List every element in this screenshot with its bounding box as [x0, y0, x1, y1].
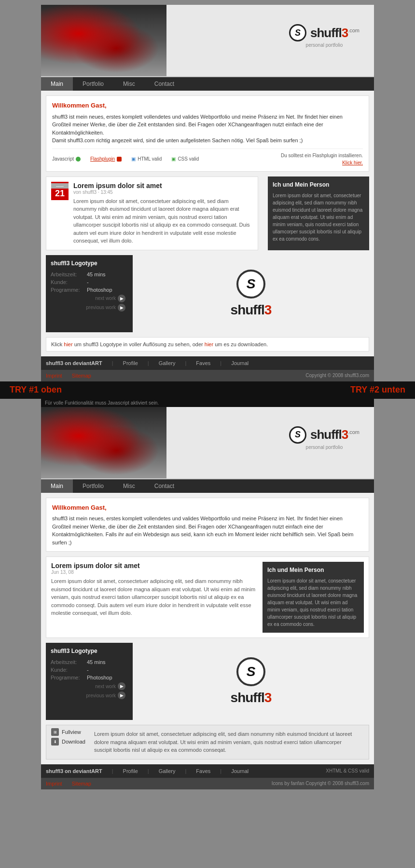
- download-button[interactable]: ⬇ Download: [51, 738, 85, 746]
- html-status: ▣ HTML valid: [131, 155, 162, 163]
- portfolio-row-kunde: Kunde: -: [51, 279, 128, 285]
- next-work-button-2[interactable]: next work ▶: [51, 682, 128, 690]
- deviant-profile-link[interactable]: Profile: [123, 360, 138, 366]
- nav-contact-2[interactable]: Contact: [145, 479, 184, 493]
- welcome-text1: shuffl3 ist mein neues, erstes komplett …: [52, 113, 363, 137]
- javascript-ok-icon: [76, 157, 81, 162]
- logo-s-icon: [289, 24, 306, 41]
- deviant-faves-link-2[interactable]: Faves: [196, 768, 210, 774]
- outer-background: shuffl3.com personal portfolio Main Port…: [0, 0, 415, 868]
- sidebar-box: Ich und Mein Person Lorem ipsum dolor si…: [268, 176, 369, 250]
- logo-name-text-2: shuffl3.com: [310, 427, 360, 442]
- welcome-name-2: Gast,: [91, 504, 107, 511]
- date-badge-container: ------ 21: [51, 182, 69, 245]
- download-link[interactable]: hier: [205, 341, 213, 347]
- post2-header: Lorem ipsum dolor sit amet Jun 13, 08 Lo…: [51, 562, 364, 633]
- sidebar-text: Lorem ipsum dolor sit amet, consectetuer…: [273, 192, 364, 243]
- portfolio-logo-text-2: shuffl3: [231, 690, 272, 705]
- portfolio-nav-2: next work ▶ previous work ▶: [51, 682, 128, 702]
- site-wrapper-2: Für volle Funktionalität muss Javascript…: [41, 399, 374, 789]
- icons-credit: Icons by fanfan Copyright © 2008 shuffl3…: [272, 781, 369, 786]
- logo-subtitle: personal portfolio: [306, 42, 343, 48]
- deviant-footer: shuffl3 on deviantART | Profile | Galler…: [41, 356, 374, 370]
- portfolio-nav: next work ▶ previous work ▶: [51, 295, 128, 314]
- deviant-profile-link-2[interactable]: Profile: [123, 768, 138, 774]
- header-robot-2: [41, 407, 166, 479]
- welcome-text2: Damit shuffl3.com richtig angezeit wird,…: [52, 136, 363, 145]
- welcome-box-2: Willkommen Gast, shuffl3 ist mein neues,…: [46, 498, 369, 552]
- download-text: Klick hier um shuffl3 Logotype in voller…: [46, 337, 369, 352]
- fullview-button[interactable]: ⊞ Fullview: [51, 728, 85, 736]
- post2-title: Lorem ipsum dolor sit amet: [51, 562, 258, 570]
- nav-bar: Main Portfolio Misc Contact: [41, 77, 374, 91]
- portfolio-widget: shuffl3 Logotype Arbeitszeit: 45 mins Ku…: [46, 255, 369, 332]
- sidebar-box-2: Ich und Mein Person Lorem ipsum dolor si…: [263, 562, 364, 633]
- welcome-title: Willkommen Gast,: [52, 101, 363, 110]
- prev-work-arrow-icon-2: ▶: [118, 692, 125, 699]
- sidebar-title-2: Ich und Mein Person: [267, 567, 359, 573]
- deviant-journal-link[interactable]: Journal: [231, 360, 249, 366]
- nav-contact[interactable]: Contact: [145, 77, 184, 91]
- header-area-2: shuffl3.com personal portfolio: [41, 407, 374, 479]
- nav-main-2[interactable]: Main: [41, 479, 73, 493]
- welcome-text-2: shuffl3 ist mein neues, erstes komplett …: [52, 515, 363, 546]
- flash-warning-link[interactable]: Klick hier.: [342, 160, 363, 165]
- nav-misc[interactable]: Misc: [113, 77, 145, 91]
- header-logo-2: shuffl3.com personal portfolio: [289, 426, 360, 450]
- next-work-arrow-icon: ▶: [118, 295, 125, 302]
- next-work-button[interactable]: next work ▶: [51, 295, 128, 302]
- try2-label: TRY #2 unten: [208, 385, 415, 395]
- deviant-journal-link-2[interactable]: Journal: [231, 768, 249, 774]
- blog-section: ------ 21 Lorem ipsum dolor sit amet von…: [46, 176, 258, 250]
- fullview-link[interactable]: hier: [64, 341, 72, 347]
- robot-shape: [41, 5, 166, 77]
- portfolio-row-programme: Programme: Photoshop: [51, 287, 128, 293]
- portfolio-title-2: shuffl3 Logotype: [51, 648, 128, 654]
- nav-main[interactable]: Main: [41, 77, 73, 91]
- flash-warning-text: Du solltest ein Flashplugin installieren…: [281, 152, 363, 166]
- welcome-box: Willkommen Gast, shuffl3 ist mein neues,…: [46, 95, 369, 172]
- footer-copyright: Copyright © 2008 shuffl3.com: [305, 373, 369, 378]
- content-row: ------ 21 Lorem ipsum dolor sit amet von…: [46, 176, 369, 250]
- portfolio-row-programme-2: Programme: Photoshop: [51, 675, 128, 680]
- sidebar-title: Ich und Mein Person: [273, 181, 364, 188]
- prev-work-button[interactable]: previous work ▶: [51, 304, 128, 312]
- prev-work-arrow-icon: ▶: [118, 304, 125, 312]
- logo-s-icon-2: [289, 426, 306, 444]
- post-content: Lorem ipsum dolor sit amet von shuffl3 ·…: [73, 182, 253, 245]
- portfolio-row-arbeitszeit-2: Arbeitszeit: 45 mins: [51, 659, 128, 665]
- portfolio-row-arbeitszeit: Arbeitszeit: 45 mins: [51, 271, 128, 277]
- header-logo: shuffl3.com personal portfolio: [289, 24, 360, 48]
- footer-bottom: Imprint Sitemap Copyright © 2008 shuffl3…: [41, 370, 374, 381]
- nav-misc-2[interactable]: Misc: [113, 479, 145, 493]
- welcome-name: Gast,: [91, 102, 107, 109]
- imprint-link[interactable]: Imprint: [46, 373, 62, 379]
- post2-left: Lorem ipsum dolor sit amet Jun 13, 08 Lo…: [51, 562, 258, 633]
- prev-work-button-2[interactable]: previous work ▶: [51, 692, 128, 699]
- portfolio-logo-s-icon: S: [236, 270, 265, 298]
- portfolio-preview-2: S shuffl3: [133, 643, 369, 720]
- deviant-faves-link[interactable]: Faves: [196, 360, 210, 366]
- deviant-gallery-link-2[interactable]: Gallery: [159, 768, 176, 774]
- welcome-title-2: Willkommen Gast,: [52, 503, 363, 513]
- sitemap-link[interactable]: Sitemap: [72, 373, 91, 379]
- nav-portfolio-2[interactable]: Portfolio: [73, 479, 113, 493]
- try1-label: TRY #1 oben: [0, 385, 208, 395]
- deviant-gallery-link[interactable]: Gallery: [159, 360, 176, 366]
- sitemap-link-2[interactable]: Sitemap: [72, 781, 91, 787]
- imprint-link-2[interactable]: Imprint: [46, 781, 62, 787]
- javascript-status: Javascript: [52, 155, 81, 163]
- flashplugin-link[interactable]: Flashplugin: [90, 155, 115, 163]
- robot-shape-2: [41, 407, 166, 479]
- post2-date: Jun 13, 08: [51, 570, 258, 575]
- portfolio-row-kunde-2: Kunde: -: [51, 667, 128, 673]
- post-text: Lorem ipsum dolor sit amet, consectetuer…: [73, 197, 253, 245]
- logo-subtitle-2: personal portfolio: [306, 445, 343, 450]
- portfolio-preview: S shuffl3: [133, 255, 369, 332]
- portfolio-logo-s-icon-2: S: [236, 657, 265, 686]
- js-warning-bar: Für volle Funktionalität muss Javascript…: [41, 399, 374, 407]
- site-wrapper-1: shuffl3.com personal portfolio Main Port…: [41, 5, 374, 381]
- portfolio-title: shuffl3 Logotype: [51, 260, 128, 267]
- nav-portfolio[interactable]: Portfolio: [73, 77, 113, 91]
- fullview-icon: ⊞: [51, 728, 59, 736]
